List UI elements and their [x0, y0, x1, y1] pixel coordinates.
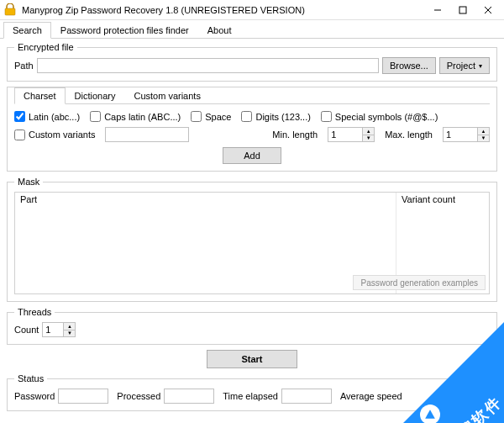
tab-search[interactable]: Search: [3, 22, 51, 39]
threads-legend: Threads: [14, 307, 55, 317]
threads-group: Threads Count ▲▼: [7, 307, 497, 345]
mask-legend: Mask: [14, 177, 43, 187]
check-caps-latin[interactable]: Caps latin (ABC...): [90, 111, 181, 122]
min-length-label: Min. length: [272, 130, 318, 140]
tab-about[interactable]: About: [198, 22, 241, 38]
add-button[interactable]: Add: [223, 147, 281, 164]
check-digits[interactable]: Digits (123...): [241, 111, 310, 122]
minimize-button[interactable]: [425, 2, 450, 19]
maximize-button[interactable]: [450, 2, 475, 19]
spin-up-icon[interactable]: ▲: [363, 128, 374, 135]
check-latin[interactable]: Latin (abc...): [14, 111, 80, 122]
status-elapsed-value: [281, 389, 332, 404]
status-elapsed-label: Time elapsed: [223, 391, 278, 401]
close-button[interactable]: [475, 2, 501, 19]
charset-group: Charset Dictionary Custom variants Latin…: [7, 87, 497, 172]
spin-down-icon[interactable]: ▼: [363, 135, 374, 142]
charset-options-row: Latin (abc...) Caps latin (ABC...) Space…: [14, 111, 490, 122]
register-link-area: Regis: [7, 416, 497, 423]
max-length-label: Max. length: [385, 130, 433, 140]
browse-button[interactable]: Browse...: [382, 57, 436, 74]
start-button[interactable]: Start: [207, 350, 297, 368]
project-button[interactable]: Project▾: [439, 57, 490, 74]
spin-down-icon[interactable]: ▼: [478, 135, 489, 142]
status-processed-value: [164, 389, 214, 404]
subtab-custom-variants[interactable]: Custom variants: [124, 87, 209, 103]
spin-up-icon[interactable]: ▲: [64, 323, 75, 330]
status-password-label: Password: [14, 391, 55, 401]
mask-group: Mask Part Variant count Password generat…: [7, 177, 497, 302]
app-icon: [3, 3, 17, 17]
encrypted-file-group: Encrypted file Path Browse... Project▾: [7, 42, 497, 82]
svg-rect-0: [5, 8, 15, 15]
status-processed-label: Processed: [117, 391, 160, 401]
path-label: Path: [14, 61, 34, 71]
charset-tab-bar: Charset Dictionary Custom variants: [14, 87, 490, 104]
spin-up-icon[interactable]: ▲: [478, 128, 489, 135]
password-examples-button[interactable]: Password generation examples: [353, 275, 486, 290]
subtab-charset[interactable]: Charset: [14, 87, 66, 104]
check-special[interactable]: Special symbols (#@$...): [321, 111, 438, 122]
path-input[interactable]: [37, 58, 379, 73]
custom-length-row: Custom variants Min. length ▲▼ Max. leng…: [14, 127, 490, 142]
status-avg-speed-label: Average speed: [340, 391, 402, 401]
window-controls: [425, 2, 501, 19]
register-link[interactable]: Regis: [467, 418, 491, 423]
mask-list[interactable]: Part Variant count Password generation e…: [14, 192, 490, 294]
title-bar: Manyprog Zip Password Recovery 1.8 (UNRE…: [0, 0, 504, 20]
subtab-dictionary[interactable]: Dictionary: [66, 87, 125, 103]
count-label: Count: [14, 325, 39, 335]
status-group: Status Password Processed Time elapsed A…: [7, 373, 497, 411]
svg-rect-2: [459, 7, 466, 13]
mask-col-part: Part: [15, 193, 396, 293]
status-password-value: [58, 389, 108, 404]
check-custom-variants[interactable]: Custom variants: [14, 130, 95, 140]
encrypted-file-legend: Encrypted file: [14, 42, 77, 52]
status-legend: Status: [14, 373, 47, 383]
main-tab-bar: Search Password protection files finder …: [0, 20, 504, 39]
tab-finder[interactable]: Password protection files finder: [51, 22, 198, 38]
count-spinner[interactable]: ▲▼: [42, 322, 76, 337]
check-space[interactable]: Space: [191, 111, 231, 122]
chevron-down-icon: ▾: [479, 62, 482, 70]
custom-variants-input[interactable]: [105, 127, 189, 142]
min-length-spinner[interactable]: ▲▼: [328, 127, 375, 142]
spin-down-icon[interactable]: ▼: [64, 330, 75, 337]
content-area: Encrypted file Path Browse... Project▾ C…: [0, 39, 504, 423]
max-length-spinner[interactable]: ▲▼: [443, 127, 490, 142]
window-title: Manyprog Zip Password Recovery 1.8 (UNRE…: [22, 5, 425, 15]
